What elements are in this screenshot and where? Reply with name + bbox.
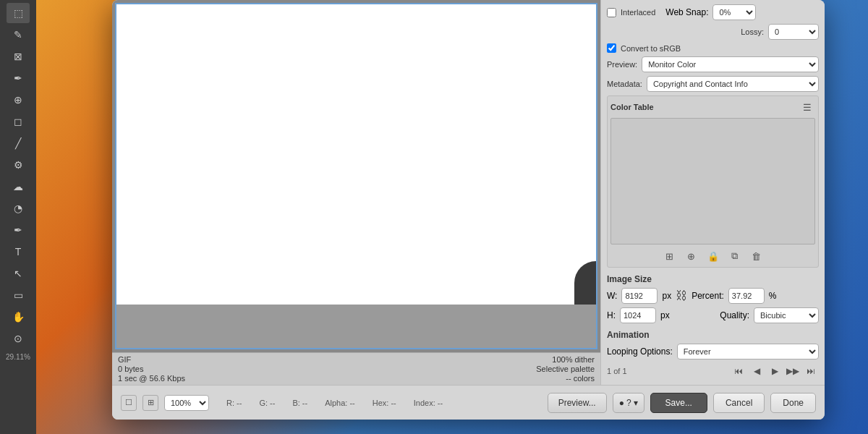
pencil-tool[interactable]: ╱ (7, 133, 30, 153)
convert-srgb-checkbox[interactable] (607, 43, 616, 53)
interlaced-label: Interlaced (621, 8, 655, 17)
zoom-tool[interactable]: ⊙ (7, 328, 30, 349)
status-left: GIF 0 bytes 1 sec @ 56.6 Kbps (118, 355, 185, 383)
percent-unit: % (769, 291, 777, 301)
height-label: H: (607, 310, 616, 320)
type-tool[interactable]: T (7, 242, 30, 262)
eyedropper-tool[interactable]: ✒ (7, 68, 30, 88)
frame-counter: 1 of 1 (607, 367, 627, 375)
color-table-area (610, 118, 815, 244)
color-table-delete-icon[interactable]: 🗑 (749, 248, 765, 264)
preview-button[interactable]: Preview... (548, 393, 607, 413)
color-table-filter-icon[interactable]: ⊞ (662, 248, 678, 264)
settings-button[interactable]: ● ? ▾ (613, 393, 644, 413)
interlaced-checkbox[interactable] (607, 8, 616, 17)
height-input[interactable] (620, 307, 656, 323)
height-unit: px (660, 310, 670, 320)
metadata-select[interactable]: None Copyright Copyright and Contact Inf… (647, 76, 819, 92)
metadata-row: Metadata: None Copyright Copyright and C… (607, 76, 819, 92)
zoom-percentage: 29.11% (6, 353, 30, 361)
link-wh-icon[interactable]: ⛓ (676, 289, 687, 302)
convert-srgb-row: Convert to sRGB (607, 43, 819, 53)
clone-tool[interactable]: ⚙ (7, 155, 30, 175)
looping-select[interactable]: Once Forever Other... (677, 344, 819, 359)
interlaced-websnap-row: Interlaced Web Snap: 0% (607, 4, 819, 20)
select-tool[interactable]: ⬚ (7, 3, 30, 23)
animation-title: Animation (607, 330, 819, 340)
r-value: R: -- (226, 399, 242, 407)
playback-row: 1 of 1 ⏮ ◀ ▶ ▶▶ ⏭ (607, 363, 819, 379)
image-size-title: Image Size (607, 274, 819, 284)
convert-srgb-label: Convert to sRGB (621, 44, 681, 53)
color-table-lock-icon[interactable]: 🔒 (705, 248, 721, 264)
color-table-duplicate-icon[interactable]: ⧉ (727, 248, 743, 264)
settings-circle-icon: ● (619, 398, 624, 408)
settings-chevron-icon: ▾ (634, 398, 638, 408)
color-table-label: Color Table (610, 103, 654, 111)
burn-tool[interactable]: ◔ (7, 198, 30, 218)
preview-status-bar: GIF 0 bytes 1 sec @ 56.6 Kbps 100% dithe… (112, 352, 600, 385)
looping-row: Looping Options: Once Forever Other... (607, 344, 819, 359)
heal-tool[interactable]: ⊕ (7, 90, 30, 110)
image-size-row2: H: px Quality: Nearest Neighbor Bilinear… (607, 307, 819, 323)
view-single-btn[interactable]: ☐ (121, 395, 137, 411)
canvas-white-area (116, 4, 596, 305)
move-tool[interactable]: ✋ (7, 307, 30, 327)
dither-label: Selective palette (536, 365, 595, 373)
color-table-icons: ⊞ ⊕ 🔒 ⧉ 🗑 (610, 248, 815, 264)
save-button[interactable]: Save... (650, 393, 707, 413)
eraser-tool[interactable]: ◻ (7, 111, 30, 132)
done-button[interactable]: Done (770, 393, 816, 413)
lossy-select[interactable]: 0 (768, 24, 819, 40)
image-size-row: W: px ⛓ Percent: % (607, 288, 819, 304)
skip-last-btn[interactable]: ⏭ (803, 363, 819, 379)
time-label: 1 sec @ 56.6 Kbps (118, 374, 185, 383)
pen-tool[interactable]: ✒ (7, 220, 30, 240)
zoom-select[interactable]: 25% 50% 66.7% 100% 150% 200% (164, 395, 209, 411)
preview-image (115, 3, 597, 349)
status-right: 100% dither Selective palette -- colors (536, 355, 595, 383)
b-value: B: -- (292, 399, 307, 407)
zoom-dither-label: 100% dither (552, 355, 595, 364)
lossy-label: Lossy: (741, 27, 764, 36)
play-btn[interactable]: ▶ (767, 363, 783, 379)
smudge-tool[interactable]: ☁ (7, 176, 30, 197)
view-compare-btn[interactable]: ⊞ (142, 395, 158, 411)
index-value: Index: -- (414, 399, 443, 407)
size-label: 0 bytes (118, 365, 185, 373)
color-table-section: Color Table ☰ ⊞ ⊕ 🔒 ⧉ 🗑 (607, 95, 819, 268)
width-input[interactable] (621, 288, 658, 304)
web-snap-select[interactable]: 0% (712, 4, 756, 20)
export-dialog: GIF 0 bytes 1 sec @ 56.6 Kbps 100% dithe… (112, 0, 825, 420)
rect-tool[interactable]: ▭ (7, 285, 30, 305)
preview-panel: GIF 0 bytes 1 sec @ 56.6 Kbps 100% dithe… (112, 0, 600, 385)
prev-frame-btn[interactable]: ◀ (749, 363, 765, 379)
preview-row: Preview: Monitor Color Legacy Macintosh … (607, 56, 819, 72)
quality-select[interactable]: Nearest Neighbor Bilinear Bicubic Bicubi… (754, 307, 819, 323)
percent-input[interactable] (728, 288, 765, 304)
crop-tool[interactable]: ⊠ (7, 46, 30, 67)
color-table-copy-icon[interactable]: ⊕ (684, 248, 699, 264)
toolbar: ⬚ ✎ ⊠ ✒ ⊕ ◻ ╱ ⚙ ☁ ◔ ✒ T ↖ ▭ ✋ ⊙ 29.11% (0, 0, 36, 434)
looping-label: Looping Options: (607, 346, 673, 357)
interlaced-checkbox-row: Interlaced (607, 8, 655, 17)
color-table-menu-icon[interactable]: ☰ (799, 99, 815, 115)
next-frame-btn[interactable]: ▶▶ (785, 363, 801, 379)
format-label: GIF (118, 355, 185, 364)
color-table-header: Color Table ☰ (610, 99, 815, 115)
right-panel: Interlaced Web Snap: 0% Lossy: 0 Convert… (600, 0, 825, 385)
percent-label: Percent: (692, 291, 724, 301)
alpha-value: Alpha: -- (325, 399, 355, 407)
g-value: G: -- (259, 399, 275, 407)
preview-select[interactable]: Monitor Color Legacy Macintosh Internet … (642, 56, 819, 72)
width-unit: px (662, 291, 671, 301)
preview-field-label: Preview: (607, 60, 637, 69)
path-tool[interactable]: ↖ (7, 263, 30, 284)
settings-q-label: ? (626, 398, 631, 408)
skip-first-btn[interactable]: ⏮ (731, 363, 746, 379)
cancel-button[interactable]: Cancel (713, 393, 765, 413)
hand-tool[interactable]: ✎ (7, 25, 30, 45)
playback-controls: ⏮ ◀ ▶ ▶▶ ⏭ (731, 363, 819, 379)
width-label: W: (607, 291, 617, 301)
hex-value: Hex: -- (373, 399, 396, 407)
